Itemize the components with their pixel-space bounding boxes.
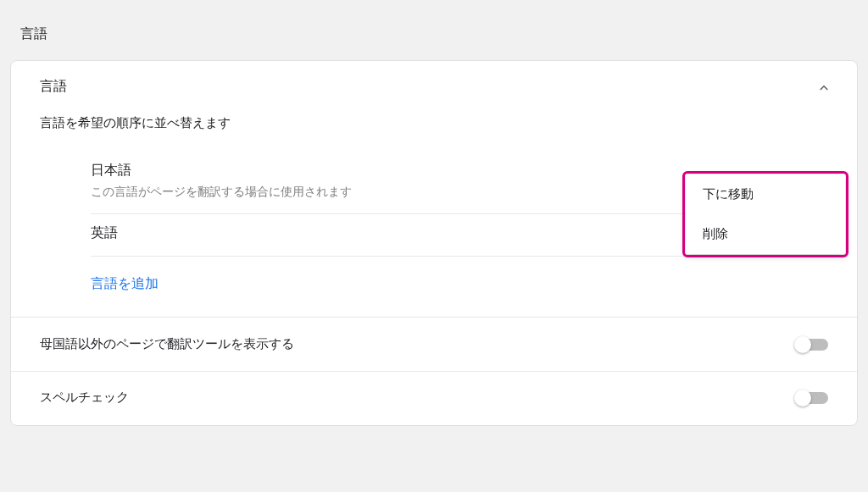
settings-panel: 言語 言語を希望の順序に並べ替えます 日本語 この言語がページを翻訳する場合に使…: [10, 60, 858, 426]
languages-section-header[interactable]: 言語: [11, 61, 857, 112]
translate-toggle[interactable]: [796, 339, 828, 351]
toggle-knob: [794, 390, 811, 406]
delete-menu-item[interactable]: 削除: [686, 214, 845, 254]
page-title: 言語: [0, 0, 868, 60]
languages-section-label: 言語: [40, 78, 67, 96]
add-language-link[interactable]: 言語を追加: [91, 257, 828, 317]
languages-description: 言語を希望の順序に並べ替えます: [11, 112, 857, 152]
toggle-knob: [794, 336, 811, 353]
move-down-menu-item[interactable]: 下に移動: [686, 174, 845, 214]
spellcheck-label: スペルチェック: [40, 390, 129, 406]
translate-label: 母国語以外のページで翻訳ツールを表示する: [40, 336, 294, 352]
spellcheck-toggle[interactable]: [796, 392, 828, 404]
chevron-up-icon: [816, 80, 828, 92]
translate-toggle-row: 母国語以外のページで翻訳ツールを表示する: [11, 317, 857, 371]
spellcheck-toggle-row: スペルチェック: [11, 371, 857, 425]
language-context-menu: 下に移動 削除: [686, 174, 845, 254]
